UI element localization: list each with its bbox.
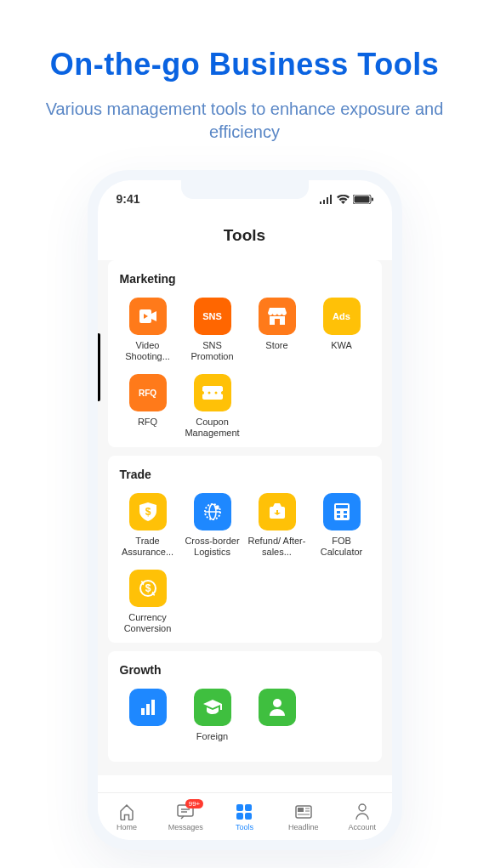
svg-rect-14 [337,511,340,513]
tool-currency[interactable]: $Currency Conversion [117,570,179,634]
marketing-card: Marketing Video Shooting... SNSSNS Promo… [108,260,382,447]
battery-icon [353,195,373,204]
tools-icon [235,803,253,821]
tool-sns[interactable]: SNSSNS Promotion [181,298,244,362]
tab-messages[interactable]: 99+ Messages [156,803,215,831]
trade-card: Trade $Trade Assurance... Cross-border L… [108,456,382,643]
graduate-icon [194,689,231,726]
tool-refund[interactable]: Refund/ After-sales... [246,493,309,558]
tool-label: KWA [331,340,352,362]
wifi-icon [337,195,350,204]
svg-rect-2 [372,197,373,201]
tool-profile[interactable] [246,689,309,753]
trade-title: Trade [117,468,373,481]
tab-label: Account [349,823,377,831]
growth-card: Growth Foreign [108,651,382,762]
headline-icon [294,803,313,821]
shield-dollar-icon: $ [129,493,167,530]
person-icon [259,689,296,726]
ads-icon: Ads [323,298,361,335]
tool-trade-assurance[interactable]: $Trade Assurance... [117,493,179,558]
svg-rect-13 [336,505,348,508]
svg-rect-15 [344,511,347,513]
signal-icon [320,195,333,204]
tab-label: Messages [168,823,203,831]
tab-tools[interactable]: Tools [215,803,274,831]
notch [181,180,309,199]
tab-label: Headline [288,823,319,831]
globe-icon [194,493,231,530]
tab-bar: Home 99+ Messages Tools Headline Account [98,792,392,840]
svg-rect-16 [337,515,340,518]
tool-label: Trade Assurance... [117,536,179,558]
svg-text:$: $ [145,582,151,594]
svg-rect-1 [354,196,369,202]
svg-rect-29 [236,813,243,820]
growth-title: Growth [117,663,373,677]
tool-label: Store [265,340,287,362]
svg-rect-28 [245,804,252,811]
tool-fob[interactable]: FOB Calculator [310,493,373,558]
tool-rfq[interactable]: RFQRFQ [117,374,179,439]
tool-label: Cross-border Logistics [181,536,244,558]
svg-rect-30 [245,813,252,820]
svg-rect-20 [141,708,145,715]
messages-badge: 99+ [185,799,204,808]
tool-logistics[interactable]: Cross-border Logistics [181,493,244,558]
tool-label: Refund/ After-sales... [246,536,309,558]
tool-analytics[interactable] [117,689,179,753]
content-area: Marketing Video Shooting... SNSSNS Promo… [98,260,392,775]
tab-home[interactable]: Home [98,803,156,831]
calculator-icon [323,493,361,530]
video-icon [129,298,167,335]
tool-kwa[interactable]: AdsKWA [310,298,373,362]
tool-label: Video Shooting... [117,340,179,362]
svg-point-23 [273,699,281,707]
tool-foreign[interactable]: Foreign [181,689,244,753]
tool-label: Currency Conversion [117,612,179,634]
messages-icon: 99+ [176,803,195,821]
hero-title: On-the-go Business Tools [34,47,455,82]
svg-text:$: $ [145,506,151,518]
svg-rect-32 [298,808,304,812]
status-time: 9:41 [117,192,140,206]
coupon-icon [194,374,231,411]
tab-account[interactable]: Account [333,803,391,831]
svg-rect-17 [344,515,347,518]
svg-point-10 [214,506,219,510]
svg-point-36 [359,804,366,811]
chart-icon [129,689,167,726]
svg-rect-27 [236,804,243,811]
home-icon [117,803,136,821]
store-icon [259,298,296,335]
tool-label: FOB Calculator [310,536,373,558]
currency-icon: $ [129,570,167,607]
tab-headline[interactable]: Headline [274,803,333,831]
side-accent [98,333,100,401]
tool-video-shooting[interactable]: Video Shooting... [117,298,179,362]
sns-icon: SNS [194,298,231,335]
page-title: Tools [98,206,392,260]
tool-coupon[interactable]: Coupon Management [181,374,244,439]
tool-label: Coupon Management [181,417,244,439]
phone-frame: 9:41 Tools Marketing Video Shooting... S… [88,170,402,850]
tab-label: Tools [236,823,253,831]
tool-label: Foreign [196,731,228,753]
account-icon [353,803,372,821]
tool-label: RFQ [138,417,157,439]
tool-store[interactable]: Store [246,298,309,362]
hero-subtitle: Various management tools to enhance expo… [34,98,455,144]
tab-label: Home [117,823,137,831]
svg-rect-22 [151,700,155,715]
rfq-icon: RFQ [129,374,167,411]
svg-point-5 [214,392,217,394]
marketing-title: Marketing [117,272,373,286]
tool-label: SNS Promotion [181,340,244,362]
phone-screen: 9:41 Tools Marketing Video Shooting... S… [98,180,392,840]
svg-point-4 [208,392,210,394]
svg-rect-21 [146,704,150,715]
refund-icon [259,493,296,530]
